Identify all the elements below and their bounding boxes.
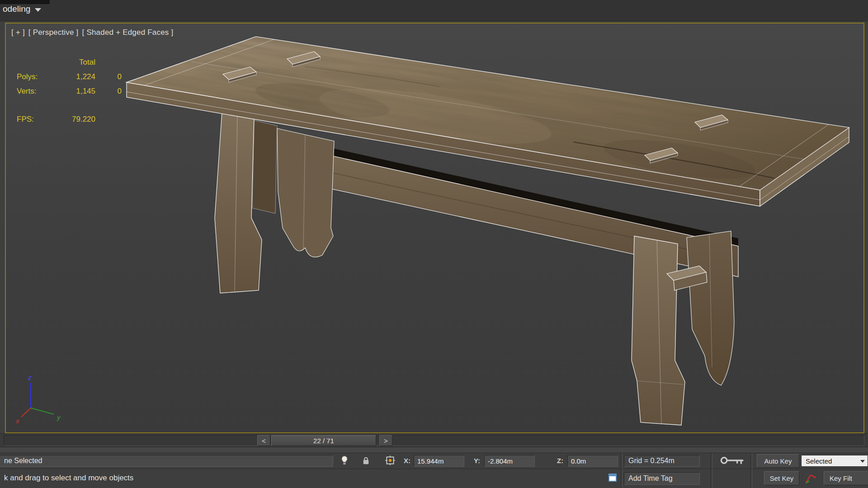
curve-tangent-icon — [804, 472, 817, 485]
default-tangent-button[interactable] — [803, 472, 818, 485]
viewport-menu-pov[interactable]: [ Perspective ] — [28, 28, 79, 37]
key-filters-button[interactable]: Key Filt — [824, 471, 868, 485]
time-slider-thumb[interactable]: 22 / 71 — [271, 435, 376, 446]
dropdown-arrow-icon — [860, 460, 865, 463]
coord-x-input[interactable] — [414, 455, 464, 467]
perspective-viewport[interactable]: [ + ] [ Perspective ] [ Shaded + Edged F… — [5, 23, 864, 433]
stats-polys-label: Polys: — [17, 70, 54, 84]
key-filter-set-value: Selected — [806, 457, 832, 465]
auto-key-button[interactable]: Auto Key — [757, 454, 799, 468]
track-bar[interactable] — [0, 447, 868, 453]
absolute-mode-icon — [384, 455, 396, 466]
viewport-label: [ + ] [ Perspective ] [ Shaded + Edged F… — [11, 28, 173, 37]
lightbulb-icon — [339, 455, 350, 466]
prompt-line: k and drag to select and move objects — [4, 474, 133, 483]
absolute-offset-mode-toggle[interactable] — [382, 454, 398, 467]
selection-lock-toggle[interactable] — [358, 454, 373, 467]
status-groove-1 — [621, 453, 623, 488]
selection-status-field: ne Selected — [0, 455, 333, 467]
ribbon-tab-label: odeling — [3, 4, 30, 14]
chevron-down-icon — [35, 8, 41, 12]
axis-y-label: y — [57, 413, 61, 421]
set-key-button[interactable]: Set Key — [764, 471, 799, 485]
set-keys-button[interactable] — [718, 454, 746, 467]
coord-y-input[interactable] — [484, 455, 535, 467]
3dsmax-window: odeling — [0, 0, 868, 488]
status-row-divider — [0, 469, 868, 469]
add-time-tag-field[interactable]: Add Time Tag — [624, 472, 700, 485]
stats-polys-total: 1,224 — [54, 70, 95, 84]
axis-x-label: x — [15, 417, 19, 425]
stats-verts-selected: 0 — [95, 84, 122, 99]
coord-z-label: Z: — [557, 457, 563, 464]
status-groove-2 — [711, 453, 712, 488]
key-filter-set-dropdown[interactable]: Selected — [801, 455, 868, 467]
grid-size-display: Grid = 0.254m — [624, 455, 700, 467]
time-tag-icon — [606, 471, 619, 484]
padlock-icon — [361, 455, 371, 466]
viewport-menu-general[interactable]: [ + ] — [11, 28, 25, 37]
coord-x-label: X: — [404, 457, 410, 464]
ribbon-tab-modeling[interactable]: odeling — [3, 4, 41, 14]
time-slider-track[interactable] — [4, 435, 864, 446]
status-groove-3 — [750, 453, 752, 488]
table-3d-model — [6, 24, 863, 432]
ribbon-corner-shadow — [0, 0, 50, 4]
coord-z-input[interactable] — [567, 455, 618, 467]
next-frame-button[interactable]: > — [379, 435, 392, 446]
viewport-statistics: Total Polys: 1,224 0 Verts: 1,145 0 FPS:… — [17, 55, 122, 127]
stats-polys-selected: 0 — [95, 70, 122, 84]
axis-z-label: z — [28, 374, 32, 381]
left-trestle — [215, 112, 334, 293]
previous-frame-button[interactable]: < — [257, 435, 270, 446]
ribbon-strip: odeling — [0, 0, 868, 21]
coord-y-label: Y: — [474, 457, 480, 464]
key-icon — [719, 455, 745, 466]
time-slider-row: < 22 / 71 > — [0, 433, 868, 447]
world-axis-gizmo: z x y — [14, 371, 77, 426]
stats-header-total: Total — [54, 55, 95, 70]
stats-fps-value: 79.220 — [54, 112, 95, 127]
stats-fps-label: FPS: — [17, 112, 54, 127]
stats-verts-total: 1,145 — [54, 84, 95, 99]
isolate-selection-toggle[interactable] — [337, 454, 352, 467]
viewport-menu-shading[interactable]: [ Shaded + Edged Faces ] — [82, 28, 174, 37]
tabletop — [75, 24, 863, 296]
stats-verts-label: Verts: — [17, 84, 54, 99]
